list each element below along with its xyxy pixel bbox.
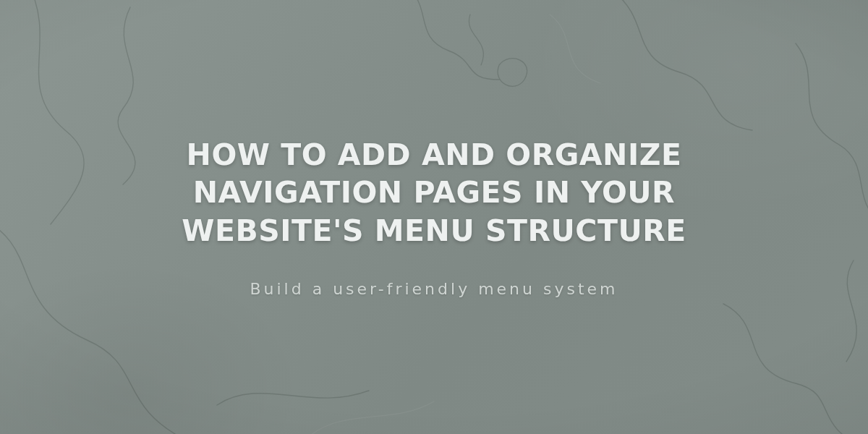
- hero-title: HOW TO ADD AND ORGANIZE NAVIGATION PAGES…: [101, 136, 767, 250]
- hero-content: HOW TO ADD AND ORGANIZE NAVIGATION PAGES…: [0, 0, 868, 434]
- hero-subtitle: Build a user-friendly menu system: [250, 280, 618, 298]
